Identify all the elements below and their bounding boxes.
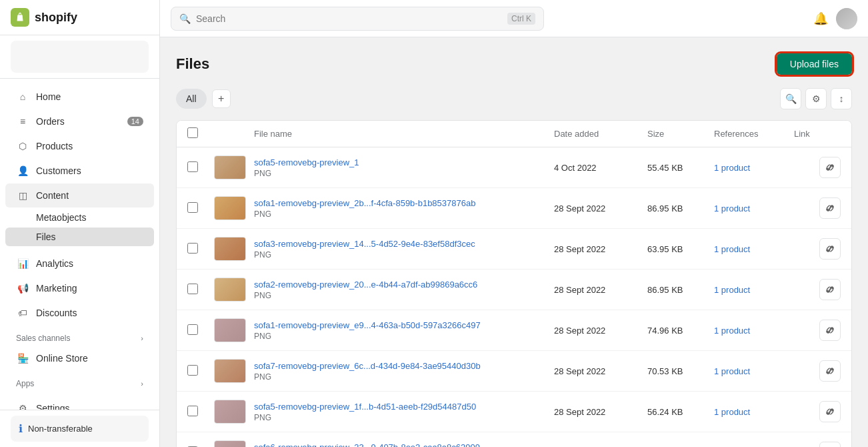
file-refs[interactable]: 1 product [714,326,794,336]
sidebar-item-marketing[interactable]: 📢 Marketing [5,276,154,300]
file-name[interactable]: sofa6-removebg-preview_33...9-407b-8ee2-… [254,442,554,448]
sidebar-item-home[interactable]: ⌂ Home [5,85,154,109]
thumb-image [215,400,245,423]
link-cell [794,360,841,382]
sort-button[interactable]: ↕ [831,88,852,109]
store-selector[interactable] [0,35,159,79]
bell-icon[interactable]: 🔔 [813,11,828,26]
link-cell [794,238,841,260]
file-type: PNG [254,413,554,422]
file-name[interactable]: sofa2-removebg-preview_20...e-4b44-a7df-… [254,280,554,290]
file-name-cell: sofa5-removebg-preview_1f...b-4d51-aeeb-… [254,402,554,422]
file-refs[interactable]: 1 product [714,285,794,295]
sidebar-item-products[interactable]: ⬡ Products [5,134,154,158]
sidebar-item-orders-label: Orders [36,116,127,127]
customers-icon: 👤 [16,164,29,177]
file-name[interactable]: sofa3-removebg-preview_14...5-4d52-9e4e-… [254,239,554,249]
upload-files-button[interactable]: Upload files [777,53,852,75]
topbar-actions: 🔔 [813,8,857,29]
file-refs[interactable]: 1 product [714,244,794,254]
link-cell [794,279,841,300]
search-box[interactable]: 🔍 Ctrl K [171,7,544,31]
link-icon [825,203,835,213]
discounts-icon: 🏷 [16,306,29,320]
row-checkbox[interactable] [187,243,198,254]
filter-tab-all[interactable]: All [176,89,207,109]
copy-link-button[interactable] [819,238,841,260]
filter-button[interactable]: ⚙ [805,88,827,109]
file-thumbnail [214,155,246,179]
table-body: sofa5-removebg-preview_1 PNG 4 Oct 2022 … [177,147,851,447]
sidebar-item-files[interactable]: Files [5,228,154,246]
filters-bar: All + 🔍 ⚙ ↕ [176,88,852,109]
copy-link-button[interactable] [819,157,841,178]
copy-link-button[interactable] [819,401,841,422]
file-name-cell: sofa6-removebg-preview_33...9-407b-8ee2-… [254,442,554,448]
copy-link-button[interactable] [819,320,841,341]
analytics-icon: 📊 [16,257,29,270]
table-row: sofa2-removebg-preview_20...e-4b44-a7df-… [177,270,851,310]
file-name[interactable]: sofa1-removebg-preview_2b...f-4cfa-859b-… [254,198,554,208]
search-input[interactable] [196,13,502,24]
header-checkbox-cell [187,127,214,140]
table-row: sofa6-removebg-preview_33...9-407b-8ee2-… [177,432,851,447]
row-checkbox[interactable] [187,284,198,294]
file-name[interactable]: sofa1-removebg-preview_e9...4-463a-b50d-… [254,320,554,330]
sidebar-item-content[interactable]: ◫ Content [5,183,154,207]
store-box[interactable] [11,41,149,73]
file-name[interactable]: sofa5-removebg-preview_1 [254,157,554,167]
table-row: sofa1-removebg-preview_2b...f-4cfa-859b-… [177,188,851,229]
file-size: 86.95 KB [647,203,714,213]
row-checkbox[interactable] [187,406,198,416]
sidebar-item-customers[interactable]: 👤 Customers [5,159,154,183]
page-title: Files [176,55,209,73]
sidebar-item-products-label: Products [36,141,143,151]
row-checkbox[interactable] [187,202,198,213]
file-type: PNG [254,332,554,341]
sidebar-item-customers-label: Customers [36,165,143,176]
sidebar-item-content-label: Content [36,190,143,201]
file-refs[interactable]: 1 product [714,203,794,213]
apps-arrow: › [141,380,143,388]
copy-link-button[interactable] [819,442,841,447]
file-refs[interactable]: 1 product [714,366,794,376]
row-checkbox[interactable] [187,324,198,335]
file-refs[interactable]: 1 product [714,163,794,173]
sidebar-item-online-store[interactable]: 🏪 Online Store [5,346,154,370]
copy-link-button[interactable] [819,279,841,300]
topbar: 🔍 Ctrl K 🔔 [160,0,868,37]
avatar [836,8,857,29]
sidebar-item-analytics[interactable]: 📊 Analytics [5,252,154,276]
file-date: 28 Sept 2022 [554,285,647,295]
sidebar-item-settings[interactable]: ⚙ Settings [5,396,154,410]
row-checkbox[interactable] [187,161,198,172]
sidebar-item-discounts-label: Discounts [36,308,143,318]
copy-link-button[interactable] [819,197,841,219]
copy-link-button[interactable] [819,360,841,382]
search-filter-button[interactable]: 🔍 [780,88,801,109]
file-name[interactable]: sofa5-removebg-preview_1f...b-4d51-aeeb-… [254,402,554,412]
file-name-cell: sofa2-removebg-preview_20...e-4b44-a7df-… [254,280,554,300]
file-refs[interactable]: 1 product [714,407,794,417]
file-thumbnail [214,359,246,383]
sidebar-item-discounts[interactable]: 🏷 Discounts [5,301,154,325]
non-transferable-badge: ℹ Non-transferable [11,416,149,442]
sidebar-item-settings-label: Settings [36,403,143,410]
file-type: PNG [254,169,554,178]
sidebar-item-orders[interactable]: ≡ Orders 14 [5,109,154,133]
link-icon [825,366,835,376]
file-name[interactable]: sofa7-removebg-preview_6c...d-434d-9e84-… [254,361,554,371]
select-all-checkbox[interactable] [187,127,198,138]
file-date: 28 Sept 2022 [554,326,647,336]
link-icon [825,285,835,294]
file-size: 63.95 KB [647,244,714,254]
row-checkbox-cell [187,161,214,174]
file-name-cell: sofa1-removebg-preview_2b...f-4cfa-859b-… [254,198,554,219]
file-type: PNG [254,250,554,260]
link-cell [794,197,841,219]
row-checkbox[interactable] [187,365,198,376]
link-icon [825,407,835,416]
search-shortcut: Ctrl K [507,13,535,25]
filter-add-button[interactable]: + [212,89,231,108]
sidebar-item-metaobjects[interactable]: Metaobjects [5,208,154,227]
